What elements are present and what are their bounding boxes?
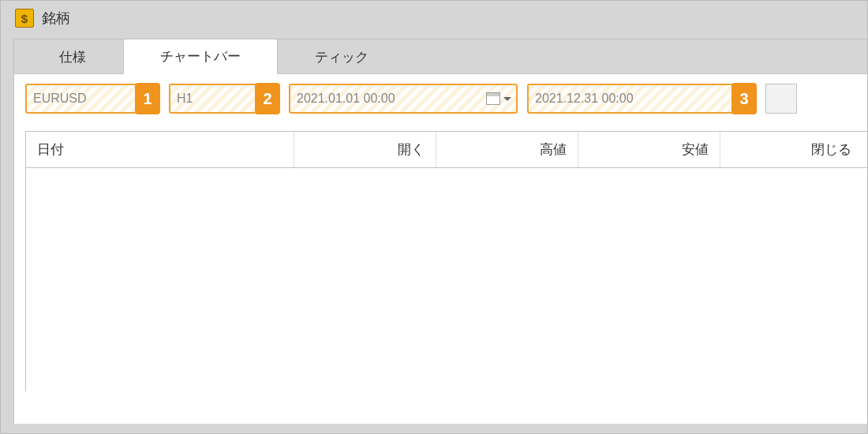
column-close[interactable]: 閉じる xyxy=(720,132,862,167)
callout-badge-1: 1 xyxy=(135,83,160,114)
date-from-input[interactable]: 2021.01.01 00:00 xyxy=(289,84,518,114)
tab-specification[interactable]: 仕様 xyxy=(22,39,123,74)
tab-chart-bar[interactable]: チャートバー xyxy=(123,39,278,74)
filter-toolbar: EURUSD 1 H1 2 2021.01.01 00:00 2021.12.3… xyxy=(14,74,867,128)
date-to-input[interactable]: 2021.12.31 00:00 3 xyxy=(527,84,756,114)
dollar-icon: $ xyxy=(15,9,34,28)
chevron-down-icon xyxy=(503,97,511,101)
callout-badge-2: 2 xyxy=(255,83,280,114)
column-open[interactable]: 開く xyxy=(294,132,436,167)
titlebar: $ 銘柄 xyxy=(1,1,867,39)
tab-strip: 仕様 チャートバー ティック xyxy=(14,39,867,74)
symbol-value: EURUSD xyxy=(33,92,87,106)
column-date[interactable]: 日付 xyxy=(26,132,294,167)
symbol-input[interactable]: EURUSD 1 xyxy=(25,84,159,114)
column-low[interactable]: 安値 xyxy=(578,132,720,167)
data-table: 日付 開く 高値 安値 閉じる xyxy=(25,131,867,391)
symbol-window: $ 銘柄 仕様 チャートバー ティック EURUSD 1 H1 2 2021.0… xyxy=(0,0,868,434)
date-picker-button[interactable] xyxy=(486,92,511,105)
table-header: 日付 開く 高値 安値 閉じる xyxy=(26,132,867,168)
calendar-icon xyxy=(486,92,500,105)
request-button[interactable] xyxy=(765,84,797,114)
date-to-value: 2021.12.31 00:00 xyxy=(535,92,634,106)
window-title: 銘柄 xyxy=(42,9,70,28)
content-area: 仕様 チャートバー ティック EURUSD 1 H1 2 2021.01.01 … xyxy=(13,39,867,424)
tab-tick[interactable]: ティック xyxy=(278,39,406,74)
date-from-value: 2021.01.01 00:00 xyxy=(297,92,395,106)
column-high[interactable]: 高値 xyxy=(436,132,578,167)
callout-badge-3: 3 xyxy=(731,83,757,114)
timeframe-select[interactable]: H1 2 xyxy=(169,84,279,114)
timeframe-value: H1 xyxy=(177,92,193,106)
